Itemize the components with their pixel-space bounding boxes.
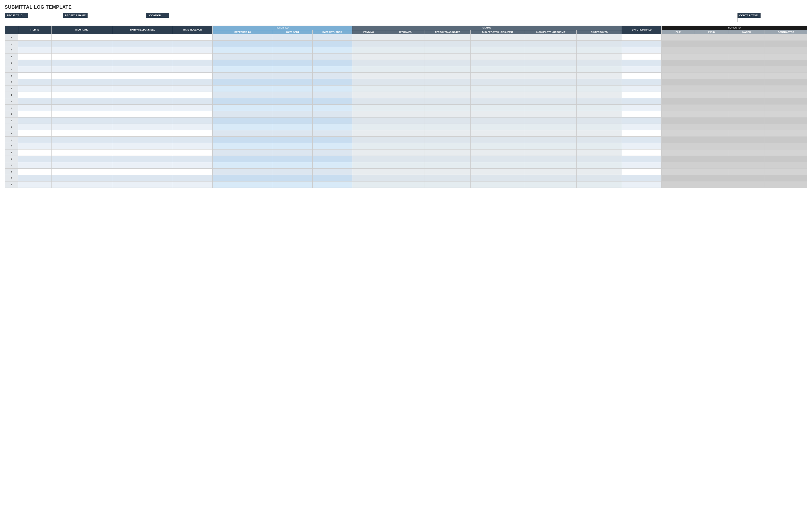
copies-cell [728, 137, 765, 143]
referred-cell [212, 124, 273, 130]
status-cell [425, 47, 470, 54]
table-cell [173, 41, 213, 47]
status-cell [576, 117, 622, 124]
status-cell [470, 79, 525, 86]
referred-cell [312, 86, 352, 92]
status-cell [385, 175, 425, 181]
status-cell [385, 60, 425, 66]
copies-cell [661, 169, 695, 175]
status-cell [576, 137, 622, 143]
referred-cell [212, 92, 273, 98]
copies-cell [661, 66, 695, 73]
copies-cell [765, 169, 807, 175]
status-cell [385, 98, 425, 105]
status-cell [525, 34, 576, 41]
table-cell [112, 117, 173, 124]
table-cell [51, 66, 112, 73]
status-cell [525, 111, 576, 117]
table-cell [18, 41, 51, 47]
referred-cell [212, 117, 273, 124]
table-cell [173, 111, 213, 117]
status-cell [352, 143, 385, 149]
copies-cell [661, 79, 695, 86]
status-cell [470, 105, 525, 111]
status-cell [425, 130, 470, 137]
table-cell [173, 105, 213, 111]
referred-cell [212, 98, 273, 105]
status-cell [352, 73, 385, 79]
referred-cell [212, 137, 273, 143]
copies-cell [661, 175, 695, 181]
status-cell [525, 60, 576, 66]
table-cell [51, 47, 112, 54]
status-cell [385, 47, 425, 54]
copies-cell [728, 111, 765, 117]
referred-cell [273, 169, 313, 175]
table-cell [112, 92, 173, 98]
table-cell [18, 66, 51, 73]
table-cell [18, 149, 51, 156]
status-cell [385, 117, 425, 124]
row-index: 2 [5, 79, 18, 86]
copies-cell [695, 73, 728, 79]
date-returned-cell [622, 137, 662, 143]
row-index: 1 [5, 54, 18, 60]
table-cell [18, 47, 51, 54]
date-sent-header: DATE SENT [273, 30, 313, 34]
table-cell [173, 54, 213, 60]
status-cell [385, 143, 425, 149]
status-cell [470, 143, 525, 149]
copies-cell [695, 34, 728, 41]
copies-cell [661, 156, 695, 162]
copies-cell [695, 130, 728, 137]
referred-cell [212, 66, 273, 73]
date-returned-cell [622, 47, 662, 54]
table-cell [18, 162, 51, 169]
status-cell [425, 175, 470, 181]
copies-cell [728, 117, 765, 124]
table-cell [112, 175, 173, 181]
file-header: FILE [661, 30, 695, 34]
table-cell [18, 143, 51, 149]
date-returned-cell [622, 86, 662, 92]
row-index: 2 [5, 137, 18, 143]
copies-cell [765, 143, 807, 149]
page-title: SUBMITTAL LOG TEMPLATE [5, 5, 807, 10]
table-cell [51, 73, 112, 79]
approved-as-noted-header: APPROVED AS NOTED [425, 30, 470, 34]
copies-cell [695, 66, 728, 73]
referred-cell [212, 111, 273, 117]
copies-cell [695, 47, 728, 54]
status-cell [470, 130, 525, 137]
date-returned-cell [622, 111, 662, 117]
copies-cell [661, 149, 695, 156]
status-cell [352, 130, 385, 137]
table-cell [51, 175, 112, 181]
status-cell [352, 181, 385, 188]
copies-cell [765, 60, 807, 66]
copies-cell [765, 105, 807, 111]
referred-cell [312, 54, 352, 60]
status-cell [525, 66, 576, 73]
status-cell [352, 79, 385, 86]
pending-header: PENDING [352, 30, 385, 34]
referred-cell [273, 137, 313, 143]
table-cell [51, 137, 112, 143]
table-cell [112, 181, 173, 188]
row-index: 2 [5, 156, 18, 162]
date-returned-cell [622, 92, 662, 98]
table-cell [51, 124, 112, 130]
copies-cell [765, 34, 807, 41]
date-received-group: DATE RECEIVED [173, 26, 213, 34]
table-cell [51, 105, 112, 111]
copies-cell [695, 156, 728, 162]
status-cell [525, 105, 576, 111]
date-returned-cell [622, 66, 662, 73]
status-cell [576, 111, 622, 117]
referred-cell [312, 156, 352, 162]
date-returned-cell [622, 117, 662, 124]
row-index: 1 [5, 73, 18, 79]
field-header: FIELD [695, 30, 728, 34]
status-cell [576, 92, 622, 98]
row-index: 3 [5, 86, 18, 92]
